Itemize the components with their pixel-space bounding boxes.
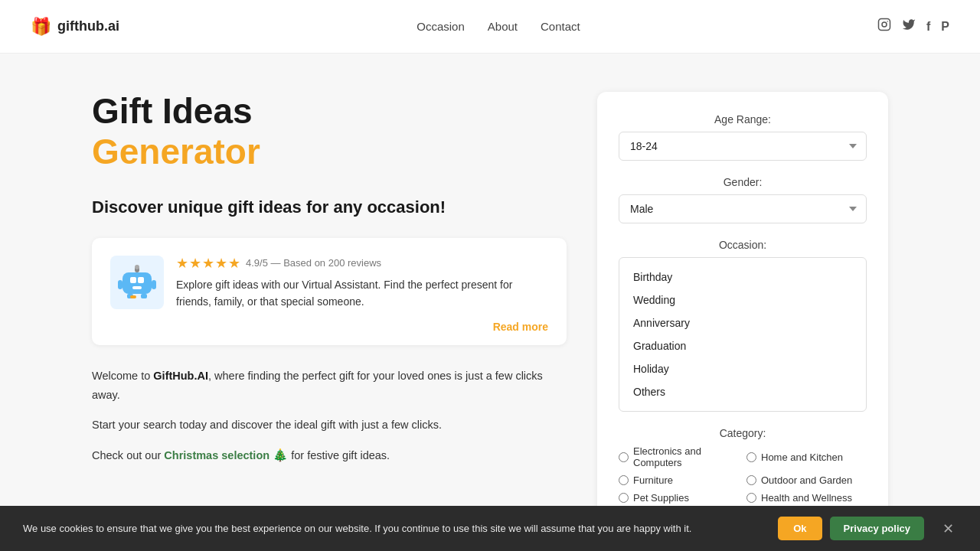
cookie-buttons: Ok Privacy policy	[778, 517, 924, 540]
svg-rect-5	[138, 277, 144, 283]
nav-contact[interactable]: Contact	[541, 20, 580, 33]
svg-rect-9	[118, 280, 122, 289]
svg-point-1	[882, 22, 887, 27]
age-range-label: Age Range:	[619, 113, 867, 126]
nav-occasion[interactable]: Occasion	[416, 20, 465, 33]
review-text: Explore gift ideas with our Virtual Assi…	[176, 276, 548, 311]
body-paragraph-2: Start your search today and discover the…	[92, 416, 567, 435]
twitter-icon[interactable]	[902, 18, 916, 35]
cookie-banner: We use cookies to ensure that we give yo…	[0, 506, 980, 551]
occasion-group: Occasion: Birthday Wedding Anniversary G…	[619, 239, 867, 412]
svg-rect-12	[141, 294, 147, 298]
right-panel: Age Range: Under 1818-2425-3435-4445-545…	[597, 92, 888, 551]
occasion-holiday[interactable]: Holiday	[619, 357, 866, 380]
body-paragraph-3: Check out our Christmas selection 🎄 for …	[92, 445, 567, 465]
category-electronics[interactable]: Electronics and Computers	[619, 445, 739, 468]
svg-rect-10	[152, 280, 156, 289]
cookie-close-button[interactable]: ✕	[939, 520, 957, 537]
logo-text: gifthub.ai	[57, 18, 119, 34]
svg-point-8	[135, 265, 139, 269]
christmas-link[interactable]: Christmas selection	[164, 449, 270, 461]
social-icons: f P	[877, 18, 949, 35]
review-meta: 4.9/5 — Based on 200 reviews	[246, 257, 381, 269]
age-range-group: Age Range: Under 1818-2425-3435-4445-545…	[619, 113, 867, 161]
nav: Occasion About Contact	[416, 20, 580, 33]
review-card: ★★★★★ 4.9/5 — Based on 200 reviews Explo…	[92, 238, 567, 346]
pinterest-icon[interactable]: P	[941, 20, 949, 34]
hero-subtitle: Discover unique gift ideas for any occas…	[92, 196, 567, 220]
occasion-anniversary[interactable]: Anniversary	[619, 311, 866, 334]
cookie-ok-button[interactable]: Ok	[778, 517, 822, 540]
occasion-others[interactable]: Others	[619, 380, 866, 403]
category-health-wellness[interactable]: Health and Wellness	[746, 492, 867, 504]
category-furniture[interactable]: Furniture	[619, 474, 739, 486]
occasion-list: Birthday Wedding Anniversary Graduation …	[619, 257, 867, 412]
instagram-icon[interactable]	[877, 18, 891, 35]
occasion-graduation[interactable]: Graduation	[619, 334, 866, 357]
main-content: Gift Ideas Generator Discover unique gif…	[0, 54, 980, 551]
nav-about[interactable]: About	[488, 20, 518, 33]
category-pet-supplies[interactable]: Pet Supplies	[619, 492, 739, 504]
logo-link[interactable]: 🎁 gifthub.ai	[31, 17, 119, 37]
read-more-link[interactable]: Read more	[110, 321, 548, 333]
robot-avatar	[110, 256, 164, 309]
svg-point-2	[887, 21, 888, 22]
gender-group: Gender: MaleFemaleNon-binaryPrefer not t…	[619, 176, 867, 223]
category-outdoor-garden[interactable]: Outdoor and Garden	[746, 474, 867, 486]
cookie-text: We use cookies to ensure that we give yo…	[23, 521, 763, 536]
gender-label: Gender:	[619, 176, 867, 188]
star-rating: ★★★★★	[176, 255, 241, 272]
category-home-kitchen[interactable]: Home and Kitchen	[746, 445, 867, 468]
age-range-select[interactable]: Under 1818-2425-3435-4445-5455-6465+	[619, 132, 867, 161]
gender-select[interactable]: MaleFemaleNon-binaryPrefer not to say	[619, 194, 867, 223]
body-paragraph-1: Welcome to GiftHub.AI, where finding the…	[92, 367, 567, 404]
hero-title: Gift Ideas Generator	[92, 92, 567, 173]
header: 🎁 gifthub.ai Occasion About Contact f P	[0, 0, 980, 54]
cookie-privacy-button[interactable]: Privacy policy	[830, 517, 924, 540]
svg-rect-6	[132, 286, 142, 289]
facebook-icon[interactable]: f	[926, 20, 930, 34]
form-panel: Age Range: Under 1818-2425-3435-4445-545…	[597, 92, 888, 551]
category-label: Category:	[619, 427, 867, 439]
svg-rect-13	[130, 295, 136, 298]
occasion-wedding[interactable]: Wedding	[619, 289, 866, 311]
occasion-birthday[interactable]: Birthday	[619, 266, 866, 289]
svg-rect-3	[122, 272, 152, 294]
svg-rect-0	[878, 19, 890, 31]
occasion-label: Occasion:	[619, 239, 867, 251]
logo-icon: 🎁	[31, 17, 51, 37]
svg-rect-4	[130, 277, 136, 283]
left-panel: Gift Ideas Generator Discover unique gif…	[92, 92, 567, 551]
